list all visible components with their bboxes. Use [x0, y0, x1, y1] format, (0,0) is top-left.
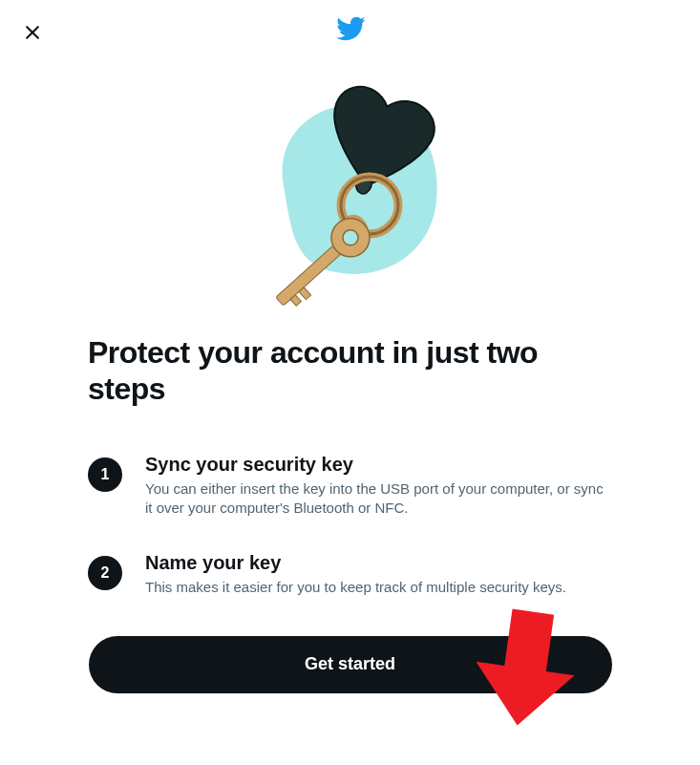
- step-content: Name your key This makes it easier for y…: [145, 552, 612, 597]
- step-item: 1 Sync your security key You can either …: [88, 454, 612, 519]
- security-key-illustration: [88, 57, 612, 315]
- step-description: You can either insert the key into the U…: [145, 479, 612, 519]
- twitter-logo: [335, 13, 366, 48]
- close-icon: [23, 23, 42, 42]
- get-started-button[interactable]: Get started: [89, 636, 612, 693]
- step-title: Sync your security key: [145, 454, 612, 476]
- step-item: 2 Name your key This makes it easier for…: [88, 552, 612, 597]
- step-number-badge: 1: [88, 457, 122, 492]
- step-title: Name your key: [145, 552, 612, 574]
- key-heart-icon: [226, 62, 475, 310]
- page-title: Protect your account in just two steps: [88, 334, 612, 408]
- main-content: Protect your account in just two steps 1…: [0, 0, 700, 693]
- close-button[interactable]: [15, 15, 50, 50]
- twitter-bird-icon: [335, 13, 366, 44]
- step-content: Sync your security key You can either in…: [145, 454, 612, 519]
- step-description: This makes it easier for you to keep tra…: [145, 578, 612, 597]
- step-number-badge: 2: [88, 556, 122, 590]
